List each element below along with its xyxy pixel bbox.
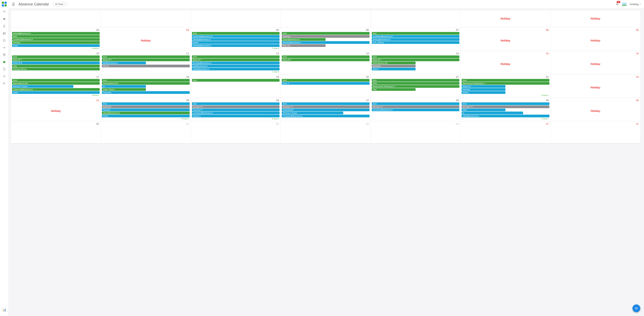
calendar-day[interactable]: Holiday	[550, 10, 640, 27]
absence-event[interactable]: Muhammed Shafeeque V	[372, 85, 460, 88]
absence-event[interactable]: Akshaya Benny	[12, 68, 100, 70]
user-menu[interactable]: Desklog.	[630, 3, 640, 6]
absence-event[interactable]: Aashisha	[102, 105, 190, 108]
absence-event[interactable]: Amil	[102, 55, 190, 58]
device-icon[interactable]	[2, 25, 6, 28]
absence-event[interactable]: vaseema@teamioss.in	[192, 35, 280, 38]
calendar-day[interactable]: 11AmilMaya M Tbijil@teamioss.inNimmy	[101, 51, 191, 74]
analytics-badge-icon[interactable]: 📊	[1, 307, 7, 312]
absence-event[interactable]: Anurag V V	[192, 105, 280, 108]
absence-event[interactable]: hr	[462, 112, 523, 114]
absence-event[interactable]: PRG	[372, 82, 460, 85]
calendar-day[interactable]: 28AmilAnurag V Vmunawer@teamioss.in	[371, 98, 460, 121]
absence-event[interactable]: hr	[102, 85, 146, 88]
absence-event[interactable]: Amil	[192, 32, 280, 35]
more-events-link[interactable]: 1 more	[192, 71, 280, 73]
absence-event[interactable]: Arjun V	[282, 82, 370, 85]
mail-fab-button[interactable]	[632, 304, 640, 312]
calendar-day[interactable]: 01	[101, 121, 191, 143]
absence-event[interactable]: Ranjusha	[102, 91, 190, 94]
absence-event[interactable]: Muhammed Shafeeque V	[462, 82, 549, 85]
more-events-link[interactable]: 4 more	[12, 94, 100, 96]
absence-event[interactable]: Sethulakshmi AS	[372, 62, 416, 64]
absence-event[interactable]: Sreelakshmi	[282, 108, 370, 111]
absence-event[interactable]: Maya M T	[282, 59, 370, 61]
logout-icon[interactable]	[2, 82, 6, 85]
calendar-day[interactable]: 31	[11, 121, 101, 143]
calendar-day[interactable]: 19Amil	[191, 74, 281, 98]
absence-event[interactable]: Amil	[12, 55, 100, 58]
calendar-day[interactable]: 21AmilPRGMuhammed Shafeeque VJibin	[371, 74, 460, 98]
calendar-day[interactable]: 24Holiday	[11, 98, 101, 121]
more-events-link[interactable]: 6 more	[102, 118, 190, 120]
document-icon[interactable]	[2, 67, 6, 71]
absence-event[interactable]: athirap@teamioss.in	[192, 38, 280, 41]
calendar-day[interactable]: 13AmilMaya M T	[281, 51, 370, 74]
absence-event[interactable]: Amil	[282, 79, 370, 82]
calendar-day[interactable]: 05Amilvaseema@teamioss.inathirap@teamios…	[191, 27, 281, 51]
more-events-link[interactable]: 4 more	[192, 118, 280, 120]
calendar-day[interactable]: 26AmilAnurag V VVyshnav Pmunawer@teamios…	[191, 98, 281, 121]
absence-event[interactable]: Amil	[192, 102, 280, 105]
absence-event[interactable]: rithik	[462, 108, 506, 111]
calendar-icon[interactable]	[2, 60, 6, 64]
absence-event[interactable]: amir_abbasy	[372, 41, 460, 44]
image-icon[interactable]	[2, 32, 6, 35]
calendar-day[interactable]: 23Holiday	[550, 74, 640, 98]
absence-event[interactable]: Amil	[462, 79, 549, 82]
calendar-day[interactable]: 12AmilMaya M Tjinshajp@teamioss.inbijil@…	[191, 51, 281, 74]
absence-event[interactable]: Maya M T	[462, 85, 506, 88]
absence-event[interactable]: Robin B R	[12, 62, 100, 64]
calendar-day[interactable]: 18AmilSethulakshmi AShrSojan ThomsRanjus…	[101, 74, 191, 98]
absence-event[interactable]: Anurag V V	[372, 105, 460, 108]
absence-event[interactable]: vysakhlm@teamioss.in	[12, 38, 100, 41]
absence-event[interactable]: athirak@teamioss.in	[12, 32, 100, 35]
calendar-day[interactable]: 29AmilAnurag V Vrithikhrsajith@teamioss.…	[460, 98, 550, 121]
calendar-day[interactable]: 27AmilAnurag V VSreelakshmiShensy P Xavi…	[281, 98, 370, 121]
absence-event[interactable]: munawer@teamioss.in	[372, 108, 460, 111]
notifications-button[interactable]: 77	[616, 2, 619, 6]
calendar-day[interactable]	[371, 10, 460, 27]
absence-event[interactable]: Maya M T	[192, 59, 280, 61]
absence-event[interactable]: Jibin	[12, 65, 100, 67]
calendar-day[interactable]: 10AmilMaya M TRobin B RJibinAkshaya Benn…	[11, 51, 101, 74]
calendar-day[interactable]: 03	[281, 121, 370, 143]
absence-event[interactable]: Shuhaib	[102, 108, 190, 111]
absence-event[interactable]: Rishin	[102, 115, 190, 117]
absence-event[interactable]: Maya M T	[102, 59, 190, 61]
absence-event[interactable]: Amil	[192, 79, 280, 82]
calendar-day[interactable]: 08Holiday	[460, 27, 550, 51]
absence-event[interactable]: vaseema@teamioss.in	[12, 88, 100, 91]
absence-event[interactable]: arsha	[12, 44, 100, 47]
absence-event[interactable]: Danish k	[192, 115, 280, 117]
absence-event[interactable]: Amil	[12, 35, 100, 38]
calendar-day[interactable]: 25AmilAashishaShuhaibsilpan@teamioss.inR…	[101, 98, 191, 121]
clock-icon[interactable]	[2, 39, 6, 42]
absence-event[interactable]: athirap@teamioss.in	[372, 38, 460, 41]
absence-event[interactable]: Shensy P Xavier	[12, 85, 73, 88]
absence-event[interactable]: arsha	[12, 91, 100, 94]
absence-event[interactable]: vysakhlm@teamioss.in	[372, 35, 460, 38]
plus-icon[interactable]	[2, 46, 6, 49]
absence-event[interactable]: Vyshnav	[282, 35, 370, 38]
absence-event[interactable]: Abith.k	[462, 91, 506, 94]
calendar-day[interactable]: 17AmilSethulakshmi ASShensy P Xaviervase…	[11, 74, 101, 98]
absence-event[interactable]: Harshad	[462, 88, 506, 91]
absence-event[interactable]: Shuhaib	[12, 41, 100, 44]
absence-event[interactable]: Sojan Thoms	[102, 88, 146, 91]
calendar-day[interactable]: 30Holiday	[550, 98, 640, 121]
absence-event[interactable]: munawer@teamioss.in	[282, 115, 370, 117]
absence-event[interactable]: silpan@teamioss.in	[102, 112, 190, 114]
calendar-day[interactable]	[281, 10, 370, 27]
calendar-day[interactable]	[191, 10, 281, 27]
absence-event[interactable]: silpan@teamioss.in	[282, 38, 326, 41]
absence-event[interactable]: Aashisha	[372, 65, 416, 67]
absence-event[interactable]: sajith@teamioss.in	[192, 68, 280, 70]
absence-event[interactable]: Anurag V V	[282, 105, 370, 108]
absence-event[interactable]: Shensy P Xavier	[282, 112, 343, 114]
report-icon[interactable]	[2, 53, 6, 57]
absence-event[interactable]: Amil	[282, 102, 370, 105]
app-logo[interactable]	[2, 2, 6, 7]
absence-event[interactable]: bijil@teamioss.in	[192, 65, 280, 67]
absence-event[interactable]: Amil	[282, 32, 370, 35]
